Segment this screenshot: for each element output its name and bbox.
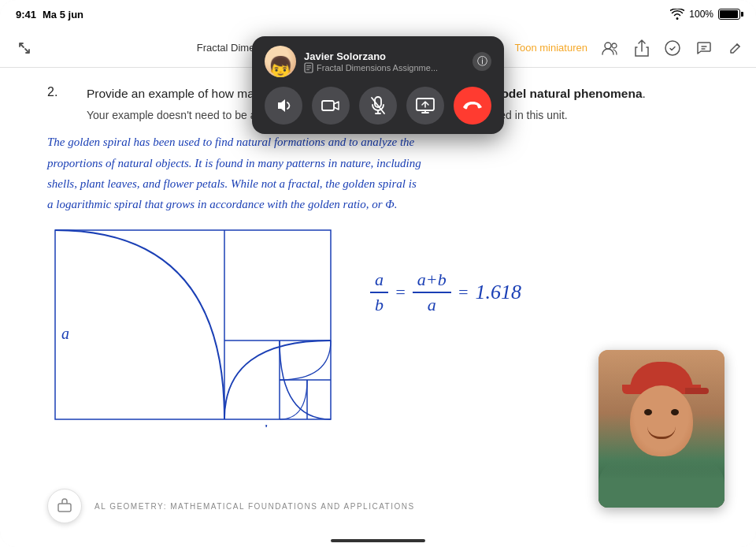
fibonacci-spiral: a a b — [47, 222, 346, 427]
golden-ratio-formula: a b = a+b a = 1.618 — [370, 270, 709, 315]
doc-icon — [304, 62, 313, 73]
self-camera — [598, 350, 724, 508]
camera-button[interactable] — [312, 87, 350, 125]
svg-rect-14 — [58, 504, 71, 512]
people-icon[interactable] — [602, 41, 619, 55]
svg-rect-8 — [55, 230, 331, 419]
screen-share-button[interactable] — [406, 87, 444, 125]
home-indicator — [331, 539, 425, 542]
caller-info: Javier Solorzano Fractal Dimensions Assi… — [304, 50, 465, 73]
formula-area: a b = a+b a = 1.618 — [370, 222, 709, 315]
facetime-controls — [265, 87, 491, 125]
svg-point-1 — [612, 43, 617, 48]
footer-text: AL GEOMETRY: MATHEMATICAL FOUNDATIONS AN… — [94, 502, 415, 511]
svg-point-2 — [665, 41, 680, 55]
caller-avatar — [265, 46, 296, 77]
show-thumbnails-button[interactable]: Toon miniaturen — [514, 42, 587, 54]
mute-button[interactable] — [359, 87, 397, 125]
header-icons — [602, 39, 743, 57]
handwritten-text: The golden spiral has been used to find … — [47, 132, 709, 214]
spiral-container: a a b — [47, 222, 346, 427]
battery-percentage: 100% — [689, 9, 713, 20]
compose-icon[interactable] — [728, 40, 743, 56]
facetime-header: Javier Solorzano Fractal Dimensions Assi… — [265, 46, 491, 77]
label-a-bottom: a — [132, 422, 139, 427]
wifi-icon — [670, 9, 684, 20]
bubble-icon[interactable] — [696, 40, 712, 56]
label-b-bottom: b — [264, 422, 271, 427]
caller-document: Fractal Dimensions Assignme... — [304, 62, 465, 73]
label-a-left: a — [61, 325, 69, 342]
svg-rect-5 — [322, 101, 334, 110]
battery-icon — [718, 9, 740, 20]
svg-point-0 — [605, 43, 611, 49]
share-icon[interactable] — [635, 39, 649, 57]
caller-name: Javier Solorzano — [304, 50, 465, 62]
status-right: 100% — [670, 9, 740, 20]
end-call-button[interactable] — [454, 87, 491, 125]
toolbar-right: Toon miniaturen — [514, 39, 743, 57]
status-left: 9:41 Ma 5 jun — [16, 9, 83, 20]
status-bar: 9:41 Ma 5 jun 100% — [0, 0, 756, 28]
handwritten-area: The golden spiral has been used to find … — [0, 132, 756, 214]
eraser-button[interactable] — [47, 489, 82, 523]
date: Ma 5 jun — [43, 9, 83, 20]
svg-marker-4 — [278, 99, 285, 112]
toolbar-left — [13, 36, 36, 60]
time: 9:41 — [16, 9, 36, 20]
collapse-button[interactable] — [13, 36, 36, 60]
edit-icon[interactable] — [665, 40, 680, 56]
speaker-button[interactable] — [265, 87, 302, 125]
facetime-info-button[interactable]: ⓘ — [472, 52, 491, 71]
question-number: 2. — [47, 84, 87, 124]
facetime-overlay: Javier Solorzano Fractal Dimensions Assi… — [252, 36, 504, 134]
